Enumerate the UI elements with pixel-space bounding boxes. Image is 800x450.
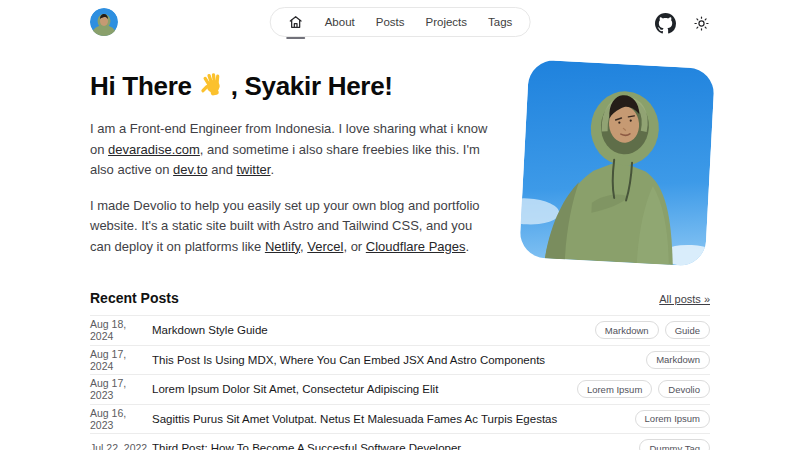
nav-item-home[interactable]: [288, 14, 304, 30]
main-content: Hi There , Syakir Her: [90, 68, 710, 450]
post-tags: Markdown: [646, 351, 710, 369]
post-title-link[interactable]: This Post Is Using MDX, Where You Can Em…: [152, 354, 646, 366]
inline-link[interactable]: Netlify: [265, 239, 300, 254]
post-tag[interactable]: Dummy Tag: [639, 439, 710, 450]
paragraph-text: .: [466, 239, 470, 254]
paragraph-text: , or: [343, 239, 365, 254]
post-title-link[interactable]: Sagittis Purus Sit Amet Volutpat. Netus …: [152, 413, 635, 425]
devolio-paragraph: I made Devolio to help you easily set up…: [90, 196, 492, 258]
github-link[interactable]: [655, 13, 676, 34]
post-title-link[interactable]: Markdown Style Guide: [152, 324, 595, 336]
profile-photo: [519, 59, 715, 266]
nav-item-posts[interactable]: Posts: [376, 16, 405, 28]
avatar-photo: [90, 8, 118, 36]
inline-link[interactable]: twitter: [236, 162, 270, 177]
post-date: Jul 22, 2022: [90, 442, 152, 450]
post-tag[interactable]: Devolio: [658, 380, 710, 398]
post-row[interactable]: Jul 22, 2022Third Post: How To Become A …: [90, 434, 710, 450]
post-tags: Dummy Tag: [639, 439, 710, 450]
post-tags: Lorem Ipsum: [635, 410, 710, 428]
recent-posts-title: Recent Posts: [90, 290, 179, 306]
post-row[interactable]: Aug 17, 2023Lorem Ipsum Dolor Sit Amet, …: [90, 375, 710, 405]
post-row[interactable]: Aug 16, 2023Sagittis Purus Sit Amet Volu…: [90, 405, 710, 435]
nav-item-tags[interactable]: Tags: [488, 16, 512, 28]
recent-posts-section: Recent Posts All posts » Aug 18, 2024Mar…: [90, 290, 710, 450]
all-posts-link[interactable]: All posts »: [659, 293, 710, 305]
post-date: Aug 16, 2023: [90, 407, 152, 431]
post-tags: MarkdownGuide: [595, 321, 710, 339]
recent-posts-header: Recent Posts All posts »: [90, 290, 710, 315]
waving-hand-icon: [200, 70, 226, 103]
main-nav: About Posts Projects Tags: [270, 7, 531, 37]
intro-paragraph: I am a Front-end Engineer from Indonesia…: [90, 119, 492, 181]
inline-link[interactable]: Vercel: [307, 239, 343, 254]
title-pre: Hi There: [90, 71, 192, 102]
inline-link[interactable]: Cloudflare Pages: [366, 239, 466, 254]
post-tags: Lorem IpsumDevolio: [577, 380, 710, 398]
post-tag[interactable]: Guide: [665, 321, 710, 339]
avatar[interactable]: [90, 8, 118, 36]
post-title-link[interactable]: Lorem Ipsum Dolor Sit Amet, Consectetur …: [152, 383, 577, 395]
post-row[interactable]: Aug 18, 2024Markdown Style GuideMarkdown…: [90, 316, 710, 346]
inline-link[interactable]: dev.to: [173, 162, 207, 177]
nav-item-projects[interactable]: Projects: [425, 16, 467, 28]
sun-icon: [693, 15, 710, 32]
hero-text: Hi There , Syakir Her: [90, 68, 492, 272]
paragraph-text: .: [270, 162, 274, 177]
post-tag[interactable]: Lorem Ipsum: [635, 410, 710, 428]
post-row[interactable]: Aug 17, 2024This Post Is Using MDX, Wher…: [90, 346, 710, 376]
hero-section: Hi There , Syakir Her: [90, 68, 710, 272]
theme-toggle[interactable]: [693, 15, 710, 32]
inline-link[interactable]: devaradise.com: [108, 142, 200, 157]
page-title: Hi There , Syakir Her: [90, 70, 492, 103]
post-tag[interactable]: Markdown: [595, 321, 659, 339]
post-date: Aug 17, 2023: [90, 377, 152, 401]
nav-item-about[interactable]: About: [325, 16, 355, 28]
post-tag[interactable]: Lorem Ipsum: [577, 380, 652, 398]
post-date: Aug 17, 2024: [90, 348, 152, 372]
top-actions: [655, 8, 710, 34]
home-icon: [288, 14, 304, 30]
top-bar: About Posts Projects Tags: [0, 0, 800, 44]
github-icon: [655, 13, 676, 34]
post-date: Aug 18, 2024: [90, 318, 152, 342]
title-post: , Syakir Here!: [231, 71, 393, 102]
post-list: Aug 18, 2024Markdown Style GuideMarkdown…: [90, 315, 710, 450]
post-title-link[interactable]: Third Post: How To Become A Succesful So…: [152, 442, 639, 450]
paragraph-text: and: [208, 162, 237, 177]
post-tag[interactable]: Markdown: [646, 351, 710, 369]
